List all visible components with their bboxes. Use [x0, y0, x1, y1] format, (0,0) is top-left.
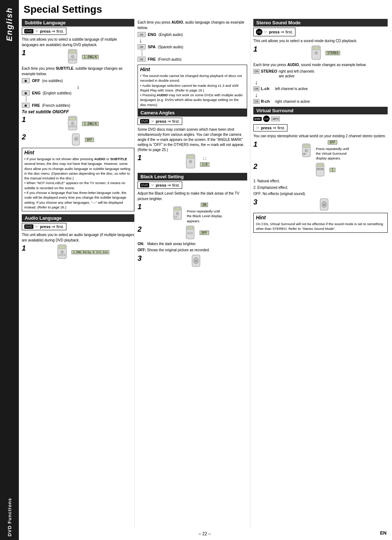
camera-step1-screen-area: ⛶ 1/8 — [200, 157, 209, 167]
black-level-step1-screen: ON — [201, 203, 208, 207]
audio-step1-screen: 1.ENG Dolby D 3/2.1ch — [72, 250, 110, 254]
stereo-arrow-1: ↓ — [253, 80, 388, 85]
subtitle-language-section: Subtitle Language DVD ☞ press ⇒ first. T… — [22, 19, 134, 211]
stereo-sound-header: Stereo Sound Mode — [253, 19, 388, 27]
stereo-step1-device-row: STEREO — [261, 45, 388, 61]
subtitle-on-off-step1-screen: 1.ENG/6 — [82, 122, 99, 126]
lang-label-eng: ENG — [32, 91, 41, 95]
audio-dvd-icon: DVD — [24, 224, 33, 229]
subtitle-language-title: Subtitle Language — [25, 20, 66, 25]
vs-step3-device-row: ↩ — [261, 198, 388, 212]
lang-icon-eng: ▣ — [22, 90, 30, 96]
subtitle-language-header: Subtitle Language — [22, 19, 134, 27]
svg-rect-36 — [313, 47, 319, 50]
black-level-title: Black Level Setting — [140, 174, 184, 179]
subtitle-on-off-step1: 1 1.ENG/ — [22, 115, 134, 132]
subtitle-on-off-heading: To set subtitle ON/OFF — [22, 109, 134, 114]
virtual-surround-header: Virtual Surround — [253, 107, 388, 114]
sidebar: English DVD Functions — [0, 0, 19, 540]
audio-language-title: Audio Language — [25, 215, 62, 221]
subtitle-on-off-step2-screen: OFF — [85, 138, 94, 142]
vs-body-text: You can enjoy stereophonic virtual world… — [253, 134, 388, 139]
vs-press-first-box: ☞ press ⇒ first. — [253, 124, 287, 131]
vs-step3-content: ↩ — [261, 198, 388, 212]
stereo-icon-lch: OII — [253, 86, 260, 91]
svg-rect-43 — [317, 164, 323, 167]
stereo-each-time-text: Each time you press AUDIO, sound mode ch… — [253, 62, 388, 68]
remote-svg-5 — [183, 154, 198, 170]
camera-step1-content: ⛶ 1/8 — [146, 154, 247, 170]
vs-step2-content: 1 — [261, 162, 388, 178]
vs-effect1: 1: Natural effect. — [253, 179, 388, 184]
svg-rect-25 — [175, 208, 180, 210]
stereo-icon-stereo: OII — [253, 69, 260, 74]
svg-text:▷: ▷ — [75, 138, 77, 141]
remote-svg-9 — [309, 45, 323, 61]
black-level-press-first-text: press ⇒ first. — [156, 183, 180, 188]
stereo-desc-stereo: right and left channelsare active — [279, 69, 314, 78]
stereo-label-lch: L-ch — [261, 86, 274, 91]
audio-press-first-box: DVD ☞ press ⇒ first. — [22, 223, 66, 230]
camera-step1: 1 ⛶ 1/8 — [138, 154, 247, 170]
subtitle-hint-text: • If your language is not shown after pr… — [24, 157, 132, 210]
camera-hand-icon: ☞ — [151, 119, 154, 124]
audio-lang-desc-spa: (Spanish audio) — [158, 45, 183, 49]
vs-cd-icon: CD — [263, 115, 270, 122]
vs-hint-title: Hint — [256, 215, 385, 220]
subtitle-step1-screen: 1.ENG/6 — [82, 55, 99, 59]
stereo-body-text: This unit allows you to select a sound m… — [253, 38, 388, 44]
black-level-press-first-box: DVD ☞ press ⇒ first. — [138, 182, 182, 189]
audio-changes-intro: Each time you press AUDIO, audio languag… — [138, 20, 247, 31]
audio-lang-desc-eng: (English audio) — [159, 33, 183, 37]
svg-rect-41 — [303, 153, 306, 155]
columns-wrapper: Subtitle Language DVD ☞ press ⇒ first. T… — [22, 19, 388, 528]
sidebar-english-label: English — [5, 4, 14, 45]
remote-svg-4 — [55, 244, 69, 260]
black-level-step2: 2 OFF — [138, 225, 247, 240]
vs-step2-screen: 1 — [330, 168, 335, 172]
vs-dvd-icon: DVD — [253, 117, 262, 121]
vs-step1-device-row: OFF Press repeatedly untilthe Virtual Su… — [261, 140, 388, 162]
mid-hint-box: Hint • The sound mode cannot be changed … — [138, 65, 247, 109]
svg-point-30 — [188, 232, 190, 234]
vs-icons-row: DVD CD MP3 — [253, 115, 388, 122]
camera-dvd-icon: DVD — [140, 119, 149, 123]
vs-hint-text: On CDs, Virtual Surround will not be eff… — [256, 222, 385, 231]
audio-step1-screen-area: 1.ENG Dolby D 3/2.1ch — [72, 250, 110, 254]
page-title: Special Settings — [22, 4, 388, 15]
subtitle-on-off-step2-device-row: ▷ OFF — [30, 133, 134, 147]
camera-press-first-text: press ⇒ first. — [156, 119, 180, 124]
audio-step1-device-row: 1.ENG Dolby D 3/2.1ch — [30, 244, 134, 260]
vs-hint-box: Hint On CDs, Virtual Surround will not b… — [253, 213, 388, 233]
vs-step1-content: OFF Press repeatedly untilthe Virtual Su… — [261, 140, 388, 162]
svg-rect-22 — [187, 155, 194, 158]
audio-lang-row-eng: OII ENG (English audio) — [138, 32, 247, 37]
mid-hint-title: Hint — [140, 66, 245, 72]
svg-point-8 — [71, 122, 74, 125]
dvd-icon: DVD — [24, 29, 33, 33]
subtitle-press-first-text: press ⇒ first. — [40, 29, 64, 34]
black-level-section: Black Level Setting DVD ☞ press ⇒ first.… — [138, 173, 247, 268]
vs-step2-device-row: 1 — [261, 162, 388, 178]
vs-step2: 2 1 — [253, 162, 388, 178]
stereo-mode-flow: OII STEREO right and left channelsare ac… — [253, 69, 388, 104]
stereo-step1-screen: STEREO — [326, 51, 340, 55]
black-level-on-desc: ON: Makes the dark areas brighter. — [138, 241, 247, 247]
audio-arrow-2: ⋮ — [138, 50, 247, 56]
virtual-surround-title: Virtual Surround — [256, 108, 293, 113]
vs-step3-num: 3 — [253, 198, 260, 206]
stereo-press-first-box: CD ☞ press ⇒ first. — [253, 28, 295, 36]
stereo-row-stereo: OII STEREO right and left channelsare ac… — [253, 69, 388, 78]
subtitle-on-off-step2: 2 ▷ OFF — [22, 133, 134, 147]
audio-lang-icon-fre: OII — [138, 57, 146, 62]
stereo-sound-section: Stereo Sound Mode CD ☞ press ⇒ first. Th… — [253, 19, 388, 104]
subtitle-on-off-step1-content: 1.ENG/6 — [30, 115, 134, 132]
vs-hand-icon: ☞ — [256, 126, 260, 130]
stereo-arrow-2: ↓ — [253, 92, 388, 98]
svg-rect-45 — [320, 168, 323, 170]
black-level-step3: 3 ↩ — [138, 254, 247, 268]
black-level-step1-num: 1 — [138, 203, 144, 211]
subtitle-step1-content: 1.ENG/6 — [30, 49, 134, 65]
col-mid: Each time you press AUDIO, audio languag… — [134, 19, 250, 528]
lang-desc-fre: (French subtitles) — [42, 103, 70, 107]
